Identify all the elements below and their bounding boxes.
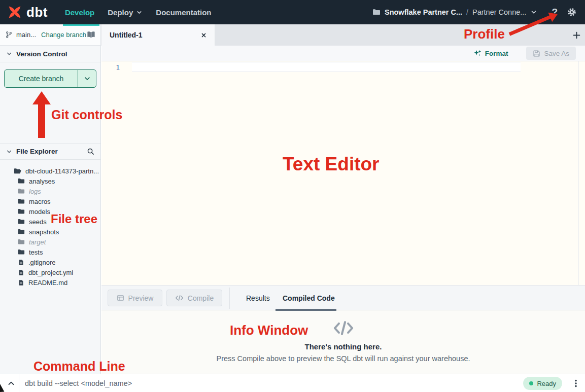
tree-item-name: models: [29, 208, 50, 216]
editor-scrollbar-track: [578, 61, 579, 285]
tab-untitled-1[interactable]: Untitled-1: [101, 24, 215, 46]
file-icon: [18, 269, 24, 276]
command-line-bar: Ready: [0, 374, 585, 392]
file-icon: [18, 279, 24, 286]
new-tab-button[interactable]: [568, 24, 585, 46]
sparkle-icon: [473, 49, 481, 57]
annotation-profile: Profile: [464, 26, 505, 42]
annotation-command-line: Command Line: [33, 359, 125, 374]
preview-button[interactable]: Preview: [108, 290, 162, 306]
create-branch-dropdown[interactable]: [78, 70, 96, 87]
empty-state-subtitle: Press Compile above to preview the SQL d…: [217, 354, 470, 363]
version-control-header[interactable]: Version Control: [0, 46, 100, 62]
brand-name: dbt: [26, 5, 48, 20]
plus-icon: [572, 31, 581, 40]
tree-item[interactable]: analyses: [0, 176, 100, 186]
tree-item-name: target: [29, 238, 46, 246]
compile-button[interactable]: Compile: [166, 290, 222, 306]
navbar-right: Snowflake Partner C... / Partner Conne..…: [372, 0, 577, 24]
tab-compiled-code[interactable]: Compiled Code: [283, 286, 335, 311]
chevron-down-icon: [6, 51, 12, 57]
dbt-logo-icon: [7, 5, 22, 20]
settings-gear-icon[interactable]: [567, 7, 577, 17]
kebab-menu-icon[interactable]: [571, 379, 580, 388]
tree-item[interactable]: dbt_project.yml: [0, 267, 100, 277]
tree-item-name: logs: [29, 188, 41, 195]
chevron-down-icon: [530, 9, 537, 16]
folder-icon: [18, 218, 25, 225]
tree-item-name: analyses: [29, 177, 55, 185]
tree-item-name: README.md: [28, 279, 67, 287]
tree-item-name: seeds: [29, 218, 47, 226]
git-branch-icon: [5, 31, 13, 39]
top-navbar: dbt Develop Deploy Documentation Snowfla…: [0, 0, 585, 24]
divider: [19, 374, 19, 392]
folder-icon: [18, 198, 25, 205]
project-name: Partner Conne...: [472, 8, 526, 16]
folder-icon: [18, 228, 25, 235]
create-branch-label[interactable]: Create branch: [5, 70, 78, 87]
file-search-icon[interactable]: [87, 148, 94, 155]
docs-book-icon[interactable]: [87, 30, 95, 39]
main-nav: Develop Deploy Documentation: [65, 8, 212, 17]
code-icon: [175, 294, 184, 302]
project-switcher[interactable]: Snowflake Partner C... / Partner Conne..…: [372, 8, 537, 16]
preview-label: Preview: [128, 294, 154, 302]
tree-item[interactable]: logs: [0, 186, 100, 196]
tree-item-name: tests: [29, 248, 43, 256]
chevron-down-icon: [6, 149, 12, 155]
nav-develop[interactable]: Develop: [65, 8, 94, 17]
annotation-git-controls: Git controls: [51, 108, 122, 122]
table-icon: [117, 294, 124, 302]
editor-toolbar: Format Save As: [101, 46, 585, 61]
info-window-header: Preview Compile Results Compiled Code: [101, 285, 585, 310]
editor-tab-bar: Untitled-1: [101, 24, 585, 46]
compile-label: Compile: [188, 294, 214, 302]
folder-icon: [18, 188, 25, 195]
folder-icon: [18, 238, 25, 245]
change-branch-link[interactable]: Change branch: [41, 31, 86, 39]
chevron-down-icon: [136, 9, 143, 16]
annotation-git-arrow: [32, 91, 51, 104]
folder-icon: [18, 208, 25, 215]
chevron-down-icon: [84, 75, 91, 82]
nav-documentation[interactable]: Documentation: [156, 8, 211, 17]
floppy-icon: [533, 50, 540, 57]
nav-deploy-label: Deploy: [108, 8, 133, 17]
folder-icon: [18, 248, 25, 256]
empty-state: There's nothing here. Press Compile abov…: [101, 310, 585, 374]
dbt-logo[interactable]: dbt: [7, 5, 48, 20]
branch-bar: main... Change branch: [0, 24, 101, 46]
expand-panel-chevron-up-icon[interactable]: [4, 374, 18, 392]
tree-item[interactable]: macros: [0, 196, 100, 206]
tree-item[interactable]: .gitignore: [0, 257, 100, 267]
active-tab-underline: [276, 309, 336, 311]
tree-item[interactable]: tests: [0, 247, 100, 257]
tree-item[interactable]: dbt-cloud-114373-partn...: [0, 166, 100, 176]
annotation-git-arrow-bar: [38, 104, 45, 138]
save-as-button[interactable]: Save As: [526, 47, 576, 60]
tab-results[interactable]: Results: [246, 286, 270, 311]
file-tree: dbt-cloud-114373-partn... analyses logs: [0, 166, 100, 288]
tree-item-name: dbt-cloud-114373-partn...: [25, 167, 99, 175]
tab-title: Untitled-1: [110, 31, 143, 39]
version-control-title: Version Control: [16, 50, 67, 58]
file-explorer-header[interactable]: File Explorer: [0, 143, 100, 160]
file-icon: [18, 259, 24, 266]
folder-open-icon: [14, 167, 21, 175]
annotation-info-window: Info Window: [230, 323, 308, 338]
create-branch-button[interactable]: Create branch: [4, 69, 96, 88]
tree-item[interactable]: README.md: [0, 277, 100, 288]
empty-state-title: There's nothing here.: [305, 342, 382, 351]
info-window: Preview Compile Results Compiled Code Th…: [101, 285, 585, 374]
divider: [229, 288, 230, 309]
editor-current-line[interactable]: [132, 62, 521, 72]
format-button[interactable]: Format: [473, 49, 508, 57]
close-tab-icon[interactable]: [201, 32, 207, 38]
command-input[interactable]: [25, 374, 339, 392]
mouse-cursor: [0, 384, 5, 392]
tree-item[interactable]: snapshots: [0, 227, 100, 237]
tree-item[interactable]: target: [0, 237, 100, 247]
nav-deploy[interactable]: Deploy: [108, 8, 143, 17]
save-as-label: Save As: [544, 50, 569, 57]
